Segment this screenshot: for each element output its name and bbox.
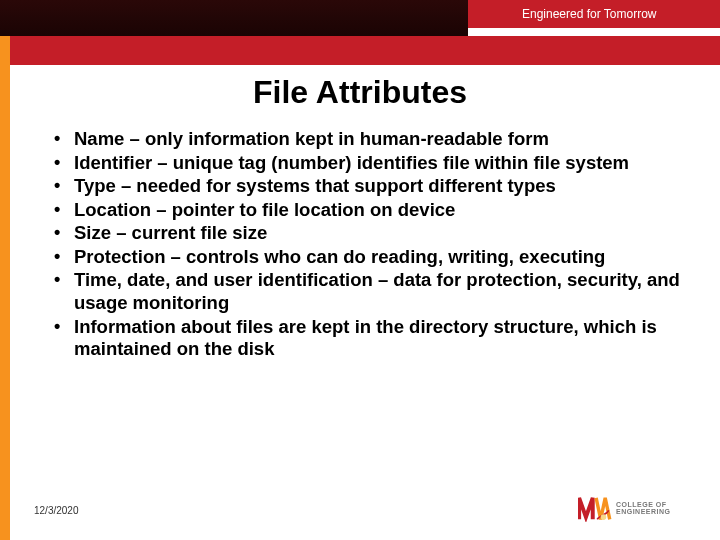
banner-dark-segment (0, 0, 468, 36)
footer-date: 12/3/2020 (34, 505, 79, 516)
slide: Engineered for Tomorrow File Attributes … (0, 0, 720, 540)
list-item: Name – only information kept in human-re… (50, 128, 690, 151)
list-item: Location – pointer to file location on d… (50, 199, 690, 222)
footer-logo: COLLEGE OF ENGINEERING (578, 490, 698, 526)
slide-title: File Attributes (0, 74, 720, 111)
logo-mark-icon (578, 494, 612, 522)
list-item: Information about files are kept in the … (50, 316, 690, 361)
list-item: Protection – controls who can do reading… (50, 246, 690, 269)
banner-tagline: Engineered for Tomorrow (468, 0, 720, 28)
svg-point-0 (601, 514, 607, 520)
logo-text: COLLEGE OF ENGINEERING (616, 501, 671, 516)
list-item: Identifier – unique tag (number) identif… (50, 152, 690, 175)
logo-line2: ENGINEERING (616, 508, 671, 515)
list-item: Time, date, and user identification – da… (50, 269, 690, 314)
logo-line1: COLLEGE OF (616, 501, 671, 508)
red-accent-bar (0, 36, 720, 65)
list-item: Size – current file size (50, 222, 690, 245)
top-banner: Engineered for Tomorrow (0, 0, 720, 36)
list-item: Type – needed for systems that support d… (50, 175, 690, 198)
bullet-list: Name – only information kept in human-re… (50, 128, 690, 362)
orange-side-strip (0, 36, 10, 540)
